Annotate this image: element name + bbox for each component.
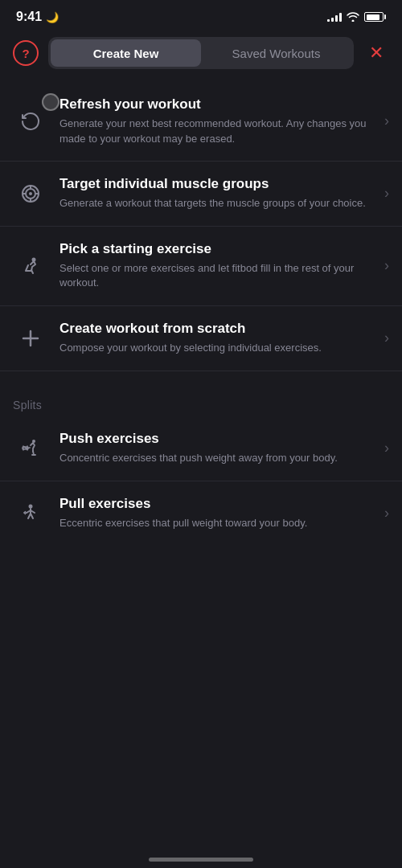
status-bar: 9:41 🌙 [0, 0, 402, 31]
menu-desc-pull: Eccentric exercises that pull weight tow… [59, 516, 378, 530]
close-button[interactable]: ✕ [363, 40, 389, 66]
menu-item-pull[interactable]: Pull exercises Eccentric exercises that … [0, 481, 402, 546]
plus-icon [19, 327, 42, 350]
tab-group: Create New Saved Workouts [48, 37, 354, 69]
person-icon-container [13, 248, 48, 284]
person-running-icon [19, 255, 42, 277]
chevron-starting: › [384, 257, 389, 274]
chevron-push: › [384, 440, 389, 457]
menu-desc-push: Concentric exercises that push weight aw… [59, 451, 378, 465]
tab-saved-workouts[interactable]: Saved Workouts [201, 39, 351, 67]
menu-text-pull: Pull exercises Eccentric exercises that … [59, 496, 378, 531]
chevron-pull: › [384, 505, 389, 522]
menu-text-scratch: Create workout from scratch Compose your… [59, 321, 378, 356]
battery-icon [364, 12, 386, 22]
menu-text-starting: Pick a starting exercise Select one or m… [59, 241, 378, 291]
push-exercise-icon [19, 437, 42, 460]
push-icon-container [13, 431, 48, 466]
wifi-icon [347, 12, 359, 22]
status-time: 9:41 [16, 10, 42, 24]
status-icons [327, 12, 386, 22]
close-icon: ✕ [369, 44, 384, 62]
svg-point-2 [29, 192, 32, 195]
signal-icon [327, 12, 342, 22]
menu-desc-refresh: Generate your next best recommended work… [59, 117, 378, 145]
pull-exercise-icon [19, 502, 42, 525]
chevron-target: › [384, 185, 389, 202]
tab-create-new[interactable]: Create New [51, 39, 201, 67]
chevron-scratch: › [384, 330, 389, 346]
circle-indicator [42, 93, 59, 111]
menu-desc-starting: Select one or more exercises and let fit… [59, 261, 378, 290]
menu-item-starting[interactable]: Pick a starting exercise Select one or m… [0, 227, 402, 306]
menu-content: Refresh your workout Generate your next … [0, 82, 402, 546]
home-indicator [149, 858, 253, 862]
menu-text-push: Push exercises Concentric exercises that… [59, 431, 378, 466]
menu-item-push[interactable]: Push exercises Concentric exercises that… [0, 416, 402, 481]
menu-desc-scratch: Compose your workout by selecting indivi… [59, 341, 378, 355]
target-icon [19, 182, 42, 205]
plus-icon-container [13, 321, 48, 356]
section-spacer [0, 371, 402, 391]
menu-title-push: Push exercises [59, 431, 378, 447]
refresh-icon [19, 110, 42, 133]
moon-icon: 🌙 [46, 11, 59, 23]
menu-text-target: Target individual muscle groups Generate… [59, 176, 378, 211]
pull-icon-container [13, 496, 48, 531]
menu-title-target: Target individual muscle groups [59, 176, 378, 192]
menu-desc-target: Generate a workout that targets the musc… [59, 196, 378, 211]
menu-item-scratch[interactable]: Create workout from scratch Compose your… [0, 306, 402, 371]
menu-title-scratch: Create workout from scratch [59, 321, 378, 337]
menu-title-pull: Pull exercises [59, 496, 378, 512]
menu-item-target[interactable]: Target individual muscle groups Generate… [0, 162, 402, 227]
help-button[interactable]: ? [13, 40, 39, 66]
splits-label: Splits [0, 391, 402, 416]
refresh-icon-container [13, 104, 48, 139]
help-icon: ? [22, 47, 29, 59]
chevron-refresh: › [384, 113, 389, 129]
menu-title-refresh: Refresh your workout [59, 96, 378, 113]
svg-point-14 [29, 504, 33, 508]
menu-title-starting: Pick a starting exercise [59, 241, 378, 257]
menu-text-refresh: Refresh your workout Generate your next … [59, 96, 378, 146]
tab-container: ? Create New Saved Workouts ✕ [0, 31, 402, 82]
target-icon-container [13, 176, 48, 211]
menu-item-refresh[interactable]: Refresh your workout Generate your next … [0, 82, 402, 162]
